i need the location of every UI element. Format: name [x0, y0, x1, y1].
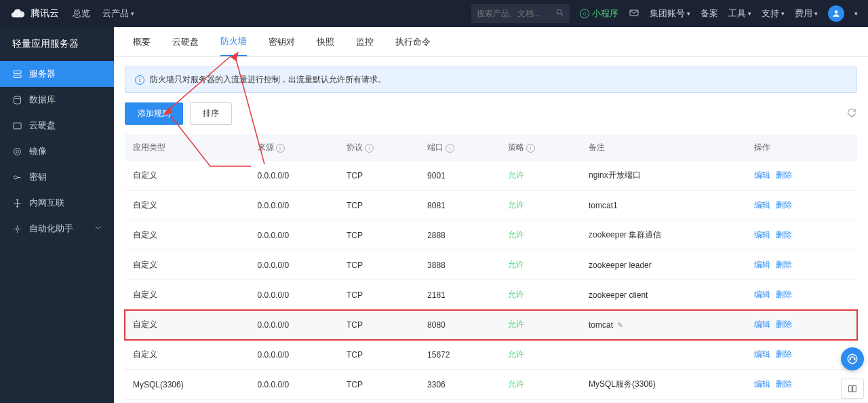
cell-port: 6379	[419, 400, 500, 404]
delete-link[interactable]: 删除	[776, 379, 792, 389]
table-row: 自定义0.0.0.0/0TCP2181允许zookeeper client编辑删…	[125, 280, 857, 310]
cell-actions: 编辑删除	[746, 161, 857, 191]
top-header: 腾讯云 总览 云产品▾ ○小程序 集团账号▾ 备案 工具▾ 支持▾ 费用▾ ▾	[0, 0, 868, 27]
svg-rect-8	[14, 123, 21, 129]
tab-keypair[interactable]: 密钥对	[269, 28, 295, 56]
tab-firewall[interactable]: 防火墙	[220, 27, 247, 56]
svg-point-7	[14, 96, 21, 98]
delete-link[interactable]: 删除	[776, 260, 792, 269]
pencil-icon[interactable]: ✎	[617, 321, 623, 329]
help-icon[interactable]: i	[276, 144, 285, 153]
cell-actions: 编辑删除	[746, 220, 857, 250]
svg-rect-23	[850, 358, 851, 360]
delete-link[interactable]: 删除	[776, 290, 792, 299]
chevron-down-icon: ▾	[814, 10, 818, 17]
col-port: 端口i	[419, 134, 500, 161]
cell-remark: nginx开放端口	[580, 161, 746, 191]
automation-icon	[12, 224, 22, 234]
svg-rect-6	[14, 75, 21, 77]
svg-point-22	[848, 354, 857, 364]
edit-link[interactable]: 编辑	[754, 170, 770, 180]
disk-icon	[12, 121, 22, 131]
cell-proto: TCP	[338, 250, 419, 280]
nav-products[interactable]: 云产品▾	[102, 7, 134, 20]
tab-disk[interactable]: 云硬盘	[172, 28, 199, 56]
info-icon: i	[135, 75, 144, 85]
refresh-icon[interactable]	[846, 107, 857, 120]
edit-link[interactable]: 编辑	[754, 230, 770, 239]
info-text: 防火墙只对服务器的入流量进行控制，出流量默认允许所有请求。	[150, 74, 386, 85]
chevron-down-icon: ﹀	[95, 224, 102, 233]
top-nav: 总览 云产品▾	[73, 7, 134, 20]
server-icon	[12, 69, 22, 79]
cell-proto: TCP	[338, 340, 419, 370]
table-row: 自定义0.0.0.0/0TCP8081允许tomcat1编辑删除	[125, 191, 857, 220]
cell-port: 3306	[419, 370, 500, 400]
tab-exec[interactable]: 执行命令	[395, 28, 431, 56]
delete-link[interactable]: 删除	[776, 170, 792, 180]
tab-snapshot[interactable]: 快照	[317, 28, 334, 56]
svg-point-9	[14, 148, 21, 155]
chevron-down-icon: ▾	[748, 10, 751, 17]
table-row: 自定义0.0.0.0/0TCP2888允许zookeeper 集群通信编辑删除	[125, 220, 857, 250]
user-avatar[interactable]	[828, 5, 844, 22]
tab-monitor[interactable]: 监控	[356, 28, 374, 56]
delete-link[interactable]: 删除	[776, 320, 792, 329]
network-icon	[12, 198, 22, 208]
cell-proto: TCP	[338, 400, 419, 404]
sidebar-item-image[interactable]: 镜像	[0, 138, 114, 164]
cell-policy: 允许	[500, 191, 580, 220]
content-area: i 防火墙只对服务器的入流量进行控制，出流量默认允许所有请求。 添加规则 排序 …	[114, 57, 868, 403]
help-icon[interactable]: i	[446, 144, 454, 153]
edit-link[interactable]: 编辑	[754, 260, 770, 269]
sidebar-item-database[interactable]: 数据库	[0, 87, 114, 113]
mail-icon[interactable]	[629, 7, 639, 20]
sidebar-item-automation[interactable]: 自动化助手 ﹀	[0, 216, 114, 242]
nav-overview[interactable]: 总览	[73, 7, 90, 20]
edit-link[interactable]: 编辑	[754, 379, 770, 389]
support-float-button[interactable]	[841, 347, 864, 370]
chevron-down-icon: ▾	[131, 10, 134, 17]
col-type: 应用类型	[125, 134, 250, 161]
sidebar-item-network[interactable]: 内网互联	[0, 190, 114, 216]
svg-point-11	[14, 176, 18, 179]
account-menu[interactable]: 集团账号▾	[650, 7, 690, 20]
tab-overview[interactable]: 概要	[133, 28, 151, 56]
search-box[interactable]	[471, 4, 570, 23]
edit-link[interactable]: 编辑	[754, 320, 770, 329]
beian-link[interactable]: 备案	[701, 7, 718, 20]
sidebar-item-disk[interactable]: 云硬盘	[0, 113, 114, 138]
cell-port: 8080	[419, 310, 500, 340]
cell-source: 0.0.0.0/0	[250, 191, 339, 220]
col-policy: 策略i	[500, 134, 580, 161]
cell-port: 15672	[419, 340, 500, 370]
sort-button[interactable]: 排序	[190, 102, 232, 125]
support-menu[interactable]: 支持▾	[762, 7, 785, 20]
search-input[interactable]	[477, 9, 545, 18]
brand-logo[interactable]: 腾讯云	[10, 6, 59, 21]
sidebar-item-server[interactable]: 服务器	[0, 61, 114, 87]
sidebar: 轻量应用服务器 服务器 数据库 云硬盘 镜像 密钥 内网互联 自动化助手 ﹀	[0, 27, 114, 403]
delete-link[interactable]: 删除	[776, 200, 792, 210]
edit-link[interactable]: 编辑	[754, 290, 770, 299]
fee-menu[interactable]: 费用▾	[795, 7, 818, 20]
edit-link[interactable]: 编辑	[754, 200, 770, 210]
doc-float-button[interactable]	[841, 379, 864, 399]
add-rule-button[interactable]: 添加规则	[125, 102, 183, 125]
tools-menu[interactable]: 工具▾	[728, 7, 751, 20]
cell-actions: 编辑删除	[746, 280, 857, 310]
cell-type: 自定义	[125, 310, 250, 340]
help-icon[interactable]: i	[365, 144, 374, 153]
mini-program-link[interactable]: ○小程序	[580, 7, 618, 20]
search-icon[interactable]	[555, 8, 564, 19]
table-row: 自定义0.0.0.0/0TCP15672允许编辑删除	[125, 340, 857, 370]
sidebar-title: 轻量应用服务器	[0, 27, 114, 61]
delete-link[interactable]: 删除	[776, 349, 792, 359]
cell-actions: 编辑删除	[746, 340, 857, 370]
cell-source: 0.0.0.0/0	[250, 250, 339, 280]
delete-link[interactable]: 删除	[776, 230, 792, 239]
help-icon[interactable]: i	[526, 144, 535, 153]
main-content: 概要 云硬盘 防火墙 密钥对 快照 监控 执行命令 i 防火墙只对服务器的入流量…	[114, 27, 868, 403]
edit-link[interactable]: 编辑	[754, 349, 770, 359]
sidebar-item-key[interactable]: 密钥	[0, 164, 114, 190]
